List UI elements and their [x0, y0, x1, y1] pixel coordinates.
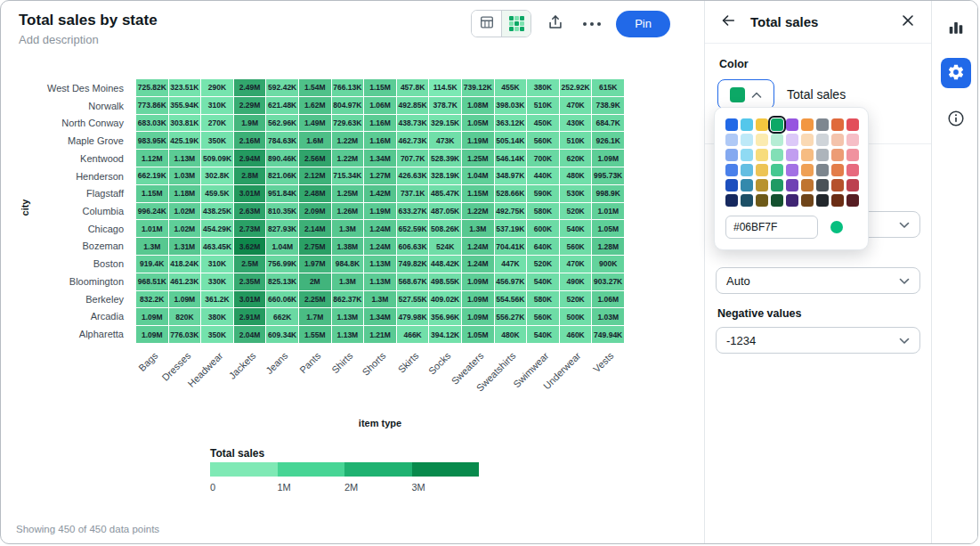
heatmap-cell[interactable]: 1.24M	[364, 238, 396, 255]
heatmap-cell[interactable]: 739.12K	[462, 79, 494, 96]
palette-swatch[interactable]	[831, 134, 844, 146]
palette-swatch[interactable]	[725, 149, 738, 161]
palette-swatch[interactable]	[741, 149, 753, 161]
heatmap-cell[interactable]: 492.85K	[397, 97, 429, 114]
heatmap-cell[interactable]: 459.5K	[201, 185, 233, 202]
palette-swatch[interactable]	[771, 134, 783, 146]
heatmap-cell[interactable]: 480K	[560, 167, 592, 184]
palette-swatch[interactable]	[816, 164, 829, 176]
heatmap-cell[interactable]: 302.8K	[201, 167, 233, 184]
heatmap-cell[interactable]: 615K	[592, 79, 624, 96]
heatmap-cell[interactable]: 749.82K	[397, 256, 429, 273]
heatmap-cell[interactable]: 1.16M	[364, 132, 396, 149]
heatmap-cell[interactable]: 951.84K	[266, 185, 298, 202]
heatmap-cell[interactable]: 1.34M	[364, 150, 396, 167]
heatmap-cell[interactable]: 1.06M	[364, 97, 396, 114]
heatmap-cell[interactable]: 1.09M	[462, 308, 494, 325]
heatmap-cell[interactable]: 2.35M	[234, 273, 266, 290]
panel-close-button[interactable]	[897, 12, 919, 33]
heatmap-cell[interactable]: 2.94M	[234, 150, 266, 167]
heatmap-cell[interactable]: 290K	[201, 79, 233, 96]
heatmap-cell[interactable]: 310K	[201, 256, 233, 273]
palette-swatch[interactable]	[741, 179, 753, 192]
heatmap-cell[interactable]: 1.24M	[364, 220, 396, 237]
heatmap-cell[interactable]: 457.8K	[397, 79, 429, 96]
heatmap-cell[interactable]: 540K	[560, 220, 592, 237]
pin-button[interactable]: Pin	[616, 11, 670, 37]
heatmap-cell[interactable]: 773.86K	[136, 97, 168, 114]
heatmap-cell[interactable]: 461.23K	[169, 273, 201, 290]
heatmap-cell[interactable]: 1.97M	[299, 256, 331, 273]
heatmap-cell[interactable]: 524K	[429, 238, 461, 255]
heatmap-cell[interactable]: 620K	[560, 150, 592, 167]
heatmap-cell[interactable]: 1.62M	[299, 97, 331, 114]
palette-swatch[interactable]	[801, 194, 814, 207]
palette-swatch[interactable]	[816, 179, 829, 192]
heatmap-cell[interactable]: 527.55K	[397, 291, 429, 308]
color-picker-button[interactable]	[717, 79, 774, 110]
heatmap-cell[interactable]: 820K	[169, 308, 201, 325]
heatmap-cell[interactable]: 460K	[560, 326, 592, 343]
heatmap-cell[interactable]: 609.34K	[266, 326, 298, 343]
palette-swatch[interactable]	[725, 194, 738, 207]
heatmap-cell[interactable]: 660.06K	[266, 291, 298, 308]
heatmap-cell[interactable]: 528.39K	[429, 150, 461, 167]
heatmap-cell[interactable]: 479.98K	[397, 308, 429, 325]
heatmap-cell[interactable]: 1.13M	[364, 256, 396, 273]
heatmap-cell[interactable]: 1.16M	[364, 115, 396, 132]
palette-swatch[interactable]	[786, 134, 798, 146]
palette-swatch[interactable]	[786, 164, 798, 176]
heatmap-cell[interactable]: 707.7K	[397, 150, 429, 167]
palette-swatch[interactable]	[846, 194, 859, 207]
heatmap-cell[interactable]: 1.12M	[136, 150, 168, 167]
back-button[interactable]	[717, 12, 739, 33]
heatmap-cell[interactable]: 438.73K	[397, 115, 429, 132]
palette-swatch[interactable]	[771, 149, 783, 161]
heatmap-cell[interactable]: 1.3M	[364, 291, 396, 308]
heatmap-cell[interactable]: 1.08M	[462, 97, 494, 114]
heatmap-cell[interactable]: 1.01M	[136, 220, 168, 237]
heatmap-cell[interactable]: 1.27M	[364, 167, 396, 184]
heatmap-cell[interactable]: 580K	[527, 291, 559, 308]
heatmap-cell[interactable]: 2.8M	[234, 167, 266, 184]
negative-values-dropdown[interactable]: -1234	[716, 327, 920, 354]
heatmap-cell[interactable]: 600K	[527, 220, 559, 237]
heatmap-cell[interactable]: 252.92K	[560, 79, 592, 96]
heatmap-cell[interactable]: 1.38M	[332, 238, 364, 255]
palette-swatch[interactable]	[771, 164, 783, 176]
heatmap-cell[interactable]: 825.13K	[266, 273, 298, 290]
heatmap-cell[interactable]: 1.3M	[332, 220, 364, 237]
heatmap-cell[interactable]: 2.49M	[234, 79, 266, 96]
heatmap-cell[interactable]: 329.15K	[429, 115, 461, 132]
heatmap-cell[interactable]: 350K	[201, 132, 233, 149]
palette-swatch[interactable]	[786, 118, 798, 131]
heatmap-cell[interactable]: 1.09M	[462, 273, 494, 290]
heatmap-cell[interactable]: 633.27K	[397, 203, 429, 220]
palette-swatch[interactable]	[831, 118, 844, 131]
heatmap-cell[interactable]: 2.04M	[234, 326, 266, 343]
heatmap-cell[interactable]: 1.31M	[169, 238, 201, 255]
heatmap-cell[interactable]: 500K	[560, 308, 592, 325]
heatmap-cell[interactable]: 580K	[527, 203, 559, 220]
palette-swatch[interactable]	[756, 134, 768, 146]
table-view-button[interactable]	[472, 11, 501, 37]
heatmap-cell[interactable]: 996.24K	[136, 203, 168, 220]
palette-swatch[interactable]	[831, 164, 844, 176]
heatmap-cell[interactable]: 498.55K	[429, 273, 461, 290]
more-options-button[interactable]	[579, 12, 604, 37]
chart-panel-button[interactable]	[941, 13, 971, 44]
heatmap-cell[interactable]: 2.5M	[234, 256, 266, 273]
heatmap-cell[interactable]: 448.42K	[429, 256, 461, 273]
heatmap-cell[interactable]: 361.2K	[201, 291, 233, 308]
heatmap-cell[interactable]: 737.1K	[397, 185, 429, 202]
palette-swatch[interactable]	[846, 179, 859, 192]
heatmap-cell[interactable]: 662.19K	[136, 167, 168, 184]
palette-swatch[interactable]	[831, 179, 844, 192]
heatmap-cell[interactable]: 510K	[527, 97, 559, 114]
heatmap-cell[interactable]: 409.02K	[429, 291, 461, 308]
heatmap-cell[interactable]: 363.12K	[495, 115, 527, 132]
heatmap-cell[interactable]: 810.35K	[266, 203, 298, 220]
heatmap-cell[interactable]: 1.05M	[592, 220, 624, 237]
heatmap-cell[interactable]: 984.8K	[332, 256, 364, 273]
heatmap-cell[interactable]: 1.15M	[136, 185, 168, 202]
